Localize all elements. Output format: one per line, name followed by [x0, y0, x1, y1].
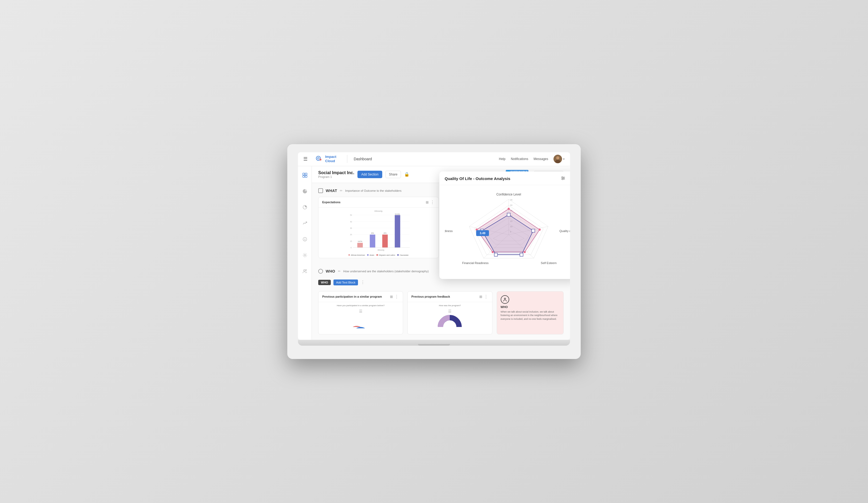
sidebar-icon-dollar[interactable]: $	[300, 234, 310, 244]
add-text-block-button[interactable]: Add Text Block	[333, 280, 358, 285]
hamburger-icon[interactable]: ☰	[303, 156, 308, 162]
what-label: WHAT	[326, 189, 337, 193]
expectations-card-header: Expectations ⊞ ⋮	[319, 197, 438, 208]
sidebar-icon-trending[interactable]	[300, 218, 310, 228]
prev-feedback-chart-label: How was the program?	[439, 304, 461, 307]
overlay-body: Confidence Level Quality of Life Self Es…	[439, 185, 570, 279]
svg-point-38	[356, 317, 365, 325]
prev-participation-filter[interactable]: ⊞	[390, 295, 393, 299]
who-label-text: WHO	[326, 269, 335, 273]
who-edit-icon[interactable]: ✏	[338, 269, 341, 273]
sidebar-icon-bar[interactable]	[300, 202, 310, 212]
who-menu-icon[interactable]: ⋮	[361, 280, 365, 285]
prev-participation-body: Have you participated in a similar progr…	[319, 302, 403, 334]
messages-link[interactable]: Messages	[534, 157, 548, 161]
sidebar-icon-settings[interactable]	[300, 250, 310, 260]
svg-text:Ethnicity: Ethnicity	[378, 249, 384, 251]
previous-participation-card: Previous participation in a similar prog…	[318, 291, 403, 334]
share-button[interactable]: Share	[385, 171, 401, 178]
radar-point-1-3	[524, 251, 526, 253]
sidebar-icon-grid[interactable]	[300, 170, 310, 180]
program-name: Program 1	[318, 175, 354, 178]
legend-label-caucasian: Caucasian	[400, 254, 409, 256]
prev-feedback-filter[interactable]: ⊞	[479, 295, 482, 299]
radar-sq-2-3	[520, 253, 523, 256]
radar-point-1-2	[539, 229, 541, 231]
nav-dashboard-title: Dashboard	[354, 157, 372, 161]
svg-point-44	[562, 177, 563, 178]
what-checkbox[interactable]	[318, 188, 323, 193]
overlay-filter-icon[interactable]	[561, 176, 566, 182]
prev-participation-actions: ⊞ ⋮	[390, 294, 399, 299]
prev-feedback-menu[interactable]: ⋮	[484, 294, 488, 299]
radar-val-35: 35	[510, 199, 513, 201]
who-card-title: WHO	[501, 305, 560, 308]
expectations-title: Expectations	[322, 201, 340, 204]
org-name: Social Impact Inc.	[318, 170, 354, 175]
who-radio[interactable]	[318, 269, 323, 274]
donut-cards-row: Previous participation in a similar prog…	[318, 291, 564, 334]
overlay-menu-icon[interactable]: ⋮	[568, 176, 570, 181]
prev-feedback-body: How was the program? ☰	[407, 302, 492, 334]
add-section-button[interactable]: Add Section	[358, 171, 382, 178]
radar-label-self-esteem: Self Esteem	[541, 261, 556, 264]
prev-participation-menu[interactable]: ⋮	[394, 294, 399, 299]
legend-label-aa: African American	[351, 254, 365, 256]
sidebar-icon-pie[interactable]	[300, 186, 310, 196]
who-icon-circle	[501, 295, 509, 304]
legend-item-asian: Asian	[367, 254, 374, 256]
lock-icon[interactable]: 🔒	[404, 172, 410, 177]
logo-area: ImpactCloud	[314, 155, 337, 163]
prev-participation-title: Previous participation in a similar prog…	[322, 295, 382, 298]
radar-label-job: Job Readiness	[445, 229, 453, 232]
who-text-card: WHO When we talk about social inclusion,…	[497, 291, 564, 334]
legend-item-caucasian: Caucasian	[397, 254, 409, 256]
what-sublabel: Importance of Outcome to the stakeholder…	[345, 189, 402, 192]
svg-rect-7	[305, 173, 307, 175]
radar-val-30: 30	[510, 204, 513, 207]
radar-label-financial: Financial Readiness	[462, 261, 489, 264]
bar-chart-legend: African American Asian His	[321, 254, 436, 256]
what-edit-icon[interactable]: ✏	[340, 189, 342, 192]
expectations-filter-icon[interactable]: ⊞	[426, 200, 429, 204]
avatar-area[interactable]: ▾	[554, 155, 565, 163]
legend-dot-asian	[367, 254, 369, 256]
overlay-header: Quality Of Life - Outcome Analysis	[439, 171, 570, 185]
overlay-title: Quality Of Life - Outcome Analysis	[445, 176, 510, 181]
avatar-chevron: ▾	[563, 157, 565, 161]
overlay-panel: Quality Of Life - Outcome Analysis	[439, 171, 570, 279]
prev-feedback-align-icon: ☰	[448, 309, 452, 314]
sidebar: $	[298, 166, 312, 340]
svg-point-13	[304, 254, 306, 256]
sidebar-icon-users[interactable]	[300, 266, 310, 276]
prev-feedback-header: Previous program feedback ⊞ ⋮	[407, 292, 492, 302]
expectations-card: Expectations ⊞ ⋮ Ethnicity	[318, 197, 439, 258]
svg-point-4	[556, 156, 559, 159]
expectations-menu-icon[interactable]: ⋮	[430, 200, 435, 205]
svg-rect-34	[395, 215, 400, 248]
legend-dot-caucasian	[397, 254, 399, 256]
overlay-actions: ⋮	[561, 176, 570, 182]
svg-point-46	[562, 179, 563, 180]
notifications-link[interactable]: Notifications	[511, 157, 528, 161]
logo-text: ImpactCloud	[325, 155, 337, 163]
prev-feedback-donut	[438, 314, 462, 328]
help-link[interactable]: Help	[499, 157, 506, 161]
svg-point-39	[446, 322, 453, 328]
top-nav: ☰ ImpactCloud Dashboard Help Notificatio…	[298, 152, 570, 166]
svg-rect-32	[382, 234, 388, 248]
chart-label-ethnicity: Ethnicity	[321, 210, 436, 212]
svg-text:20: 20	[350, 234, 352, 235]
radar-chart-container: Confidence Level Quality of Life Self Es…	[445, 189, 570, 275]
radar-label-confidence: Confidence Level	[496, 192, 521, 196]
radar-sq-2-4	[494, 253, 497, 256]
legend-item-hispanic: Hispanic and Latino	[376, 254, 395, 256]
expectations-bar-chart: Ethnicity 50 40 30 20 10 0	[321, 210, 436, 255]
who-card-text: When we talk about social inclusion, we …	[501, 310, 560, 321]
nav-right: Help Notifications Messages ▾	[499, 155, 565, 163]
expectations-actions: ⊞ ⋮	[426, 200, 435, 205]
prev-participation-header: Previous participation in a similar prog…	[319, 292, 403, 302]
main-layout: $	[298, 166, 570, 340]
laptop-base	[298, 340, 570, 346]
radar-sq-2-2	[531, 229, 535, 232]
